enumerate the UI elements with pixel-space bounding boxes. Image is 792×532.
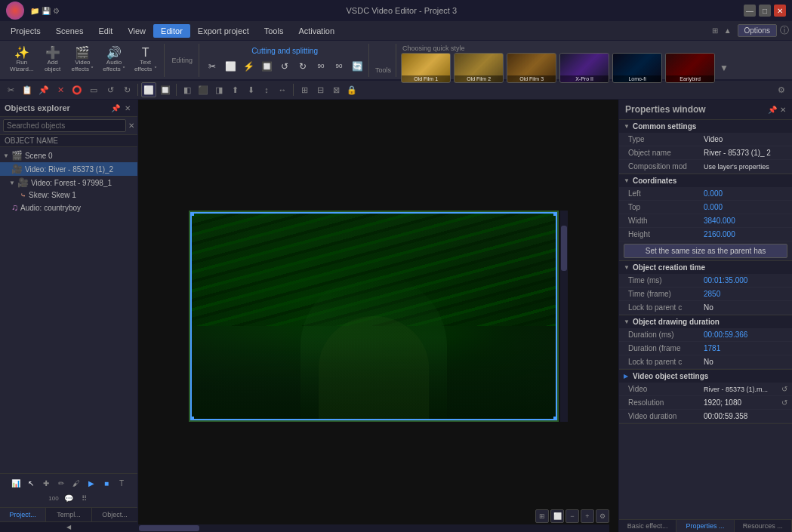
- width-value[interactable]: 3840.000: [704, 217, 787, 225]
- panel-pin-icon[interactable]: 📌: [110, 103, 121, 113]
- tab-template[interactable]: Templ...: [46, 508, 92, 521]
- select-button[interactable]: ⬜: [222, 58, 239, 75]
- tree-item-forest[interactable]: ▼ 🎥 Video: Forest - 97998_1: [0, 176, 137, 189]
- menu-editor[interactable]: Editor: [153, 24, 190, 38]
- menu-export[interactable]: Export project: [190, 24, 257, 38]
- tb2-select-icon[interactable]: ⬜: [141, 82, 156, 97]
- scroll-thumb-h[interactable]: [139, 525, 199, 531]
- undo-button[interactable]: ↺: [276, 58, 293, 75]
- video-effects-button[interactable]: 🎬 Videoeffects ˅: [68, 45, 98, 75]
- bubble-mini-icon[interactable]: 💬: [62, 491, 76, 505]
- cut-button[interactable]: ✂: [204, 58, 220, 75]
- panel-close-icon[interactable]: ✕: [122, 103, 133, 113]
- coordinates-header[interactable]: ▼ Coordinates: [619, 174, 792, 187]
- tab-properties[interactable]: Properties ...: [676, 520, 734, 532]
- tab-basic-effects[interactable]: Basic effect...: [619, 520, 676, 532]
- cursor-icon[interactable]: ↖: [24, 476, 38, 490]
- close-button[interactable]: ✕: [774, 5, 786, 17]
- text-effects-button[interactable]: T Texteffects ˅: [131, 45, 161, 75]
- same-size-button[interactable]: Set the same size as the parent has: [624, 244, 787, 258]
- style-old-film-2[interactable]: Old Film 2: [454, 53, 504, 83]
- scroll-thumb-v[interactable]: [561, 226, 567, 271]
- tb2-group-icon[interactable]: 🔲: [158, 82, 173, 97]
- style-scroll-down[interactable]: ▼: [718, 61, 730, 75]
- props-pin-icon[interactable]: 📌: [768, 106, 777, 114]
- menu-scenes[interactable]: Scenes: [48, 24, 91, 38]
- move-icon[interactable]: ✚: [39, 476, 53, 490]
- tree-item-skew[interactable]: ⤷ Skew: Skew 1: [0, 189, 137, 201]
- time-frame-value[interactable]: 2850: [704, 290, 787, 298]
- settings2-icon[interactable]: ⚙: [596, 509, 609, 523]
- tree-item-audio[interactable]: ♫ Audio: countryboy: [0, 201, 137, 214]
- tb2-circle-icon[interactable]: ⭕: [69, 82, 85, 97]
- menu-activation[interactable]: Activation: [291, 24, 342, 38]
- tb2-align-left[interactable]: ◧: [180, 82, 195, 97]
- tb2-paste-icon[interactable]: 📌: [36, 82, 51, 97]
- tb2-align-vert[interactable]: ↕: [259, 82, 274, 97]
- time-ms-value[interactable]: 00:01:35.000: [704, 276, 787, 284]
- tb2-align-center[interactable]: ⬛: [196, 82, 211, 97]
- tree-item-scene0[interactable]: ▼ 🎬 Scene 0: [0, 149, 137, 162]
- tb2-grid-btn[interactable]: ⊟: [313, 82, 328, 97]
- text-mini-icon[interactable]: T: [115, 476, 128, 490]
- audio-effects-button[interactable]: 🔊 Audioeffects ˅: [99, 45, 129, 75]
- style-earlybird[interactable]: Earlybird: [665, 53, 715, 83]
- num-mini-icon[interactable]: 100: [47, 491, 60, 505]
- style-x-pro[interactable]: X-Pro II: [559, 53, 609, 83]
- drawing-duration-header[interactable]: ▼ Object drawing duration: [619, 315, 792, 328]
- canvas-scrollbar-v[interactable]: [560, 211, 568, 422]
- video-file-value[interactable]: River - 85373 (1).m...: [704, 386, 780, 393]
- tab-project[interactable]: Project...: [0, 508, 46, 521]
- menu-tools[interactable]: Tools: [257, 24, 291, 38]
- paint-icon[interactable]: 🖌: [69, 476, 83, 490]
- info-icon[interactable]: ⓘ: [780, 24, 789, 37]
- explorer-collapse-btn[interactable]: ◀: [0, 521, 137, 532]
- rotate-button[interactable]: 🔄: [349, 58, 365, 75]
- tb2-snap2-btn[interactable]: ⊠: [328, 82, 344, 97]
- menu-projects[interactable]: Projects: [3, 24, 48, 38]
- top-value[interactable]: 0.000: [704, 203, 787, 211]
- add-object-button[interactable]: ➕ Addobject: [39, 45, 66, 75]
- tab-resources[interactable]: Resources ...: [735, 520, 792, 532]
- zoom-in-icon[interactable]: +: [581, 509, 594, 523]
- tb2-align-horiz[interactable]: ↔: [275, 82, 290, 97]
- maximize-button[interactable]: □: [759, 5, 771, 17]
- tb2-delete-icon[interactable]: ✕: [53, 82, 68, 97]
- tb2-redo2-icon[interactable]: ↻: [119, 82, 134, 97]
- chart-icon[interactable]: 📊: [9, 476, 23, 490]
- tb2-snap-btn[interactable]: ⊞: [297, 82, 312, 97]
- menu-edit[interactable]: Edit: [91, 24, 120, 38]
- run-wizard-button[interactable]: ✨ Run Wizard...: [6, 45, 38, 75]
- props-close-icon[interactable]: ✕: [780, 106, 786, 114]
- trim-button[interactable]: 🔲: [258, 58, 275, 75]
- dots-mini-icon[interactable]: ⠿: [77, 491, 91, 505]
- tb2-align-right[interactable]: ◨: [211, 82, 227, 97]
- tb2-undo2-icon[interactable]: ↺: [103, 82, 118, 97]
- play-mini-icon[interactable]: ▶: [85, 476, 98, 490]
- tree-item-river[interactable]: 🎥 Video: River - 85373 (1)_2: [0, 162, 137, 176]
- up-arrow[interactable]: ▲: [724, 26, 732, 35]
- style-old-film-1[interactable]: Old Film 1: [401, 53, 451, 83]
- creation-time-header[interactable]: ▼ Object creation time: [619, 261, 792, 274]
- video-settings-header[interactable]: ▶ Video object settings: [619, 370, 792, 383]
- tb2-settings-icon[interactable]: ⚙: [774, 82, 789, 97]
- tb2-align-bottom[interactable]: ⬇: [243, 82, 258, 97]
- tb2-cut-icon[interactable]: ✂: [3, 82, 18, 97]
- dur-frame-value[interactable]: 1781: [704, 344, 787, 352]
- fit-icon[interactable]: ⊞: [535, 509, 549, 523]
- tb2-align-top[interactable]: ⬆: [227, 82, 242, 97]
- layout-icon[interactable]: ⊞: [712, 26, 718, 35]
- speed1-button[interactable]: 90: [313, 58, 329, 75]
- height-value[interactable]: 2160.000: [704, 230, 787, 238]
- search-clear-icon[interactable]: ✕: [128, 121, 134, 130]
- dur-ms-value[interactable]: 00:00:59.366: [704, 331, 787, 339]
- resolution-reset-icon[interactable]: ↺: [781, 398, 787, 407]
- minimize-button[interactable]: —: [744, 5, 756, 17]
- zoom-out-icon[interactable]: −: [565, 509, 579, 523]
- freehand-icon[interactable]: ✏: [54, 476, 68, 490]
- search-input[interactable]: [3, 119, 126, 132]
- tb2-lock-btn[interactable]: 🔒: [344, 82, 359, 97]
- left-value[interactable]: 0.000: [704, 189, 787, 198]
- video-reset-icon[interactable]: ↺: [781, 385, 787, 393]
- menu-view[interactable]: View: [120, 24, 153, 38]
